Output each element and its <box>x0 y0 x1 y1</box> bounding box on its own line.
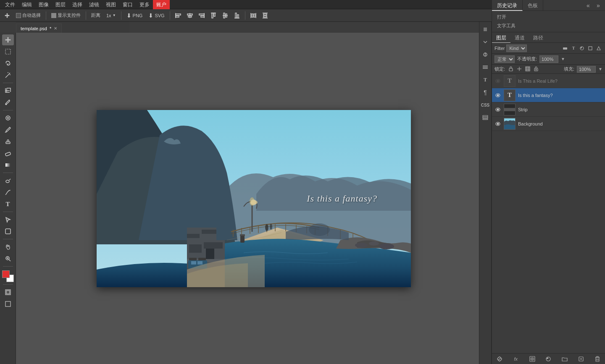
lock-all-icon[interactable] <box>533 66 539 72</box>
menu-edit[interactable]: 编辑 <box>18 0 35 9</box>
rsi-info-icon[interactable] <box>480 50 490 60</box>
opacity-value[interactable]: 100% <box>539 55 558 63</box>
menu-view[interactable]: 视图 <box>103 0 119 9</box>
tool-gradient[interactable] <box>2 160 14 170</box>
filter-adjustment-icon[interactable] <box>578 45 586 52</box>
lock-artboard-icon[interactable] <box>524 66 531 72</box>
rsi-layers-icon[interactable] <box>480 113 490 123</box>
opacity-dropdown-arrow[interactable]: ▼ <box>561 57 565 61</box>
rsi-expand-icon[interactable] <box>480 37 490 47</box>
color-swatches[interactable] <box>2 270 14 282</box>
tool-lasso[interactable] <box>2 58 14 69</box>
tool-magic-wand[interactable] <box>2 70 14 81</box>
layer-visibility-background[interactable] <box>495 120 501 127</box>
tool-healing[interactable] <box>2 113 14 123</box>
layer-item-is-this-real[interactable]: T Is This a Real Life? <box>492 74 605 88</box>
filter-smart-icon[interactable] <box>595 45 602 52</box>
layer-visibility-real-life[interactable] <box>495 78 501 84</box>
rsi-type-icon[interactable]: T <box>480 75 490 85</box>
fill-value[interactable]: 100% <box>577 66 596 73</box>
history-item-text-tool[interactable]: 文字工具 <box>492 21 605 30</box>
tab-history[interactable]: 历史记录 <box>492 0 523 11</box>
tab-paths[interactable]: 路径 <box>529 32 547 43</box>
tool-dodge[interactable] <box>2 175 14 186</box>
tool-stamp[interactable] <box>2 136 14 147</box>
layers-mask-icon[interactable] <box>528 355 537 363</box>
lock-pixel-icon[interactable] <box>508 66 514 72</box>
tool-marquee[interactable] <box>2 46 14 57</box>
tab-swatches[interactable]: 色板 <box>523 0 543 11</box>
toolbar-svg-button[interactable]: ⬇ SVG <box>147 11 166 20</box>
menu-filter[interactable]: 滤镜 <box>86 0 103 9</box>
svg-rect-38 <box>6 142 10 144</box>
filter-type-icon[interactable]: T <box>570 45 577 52</box>
rsi-collapse-icon[interactable] <box>480 24 490 34</box>
filter-shape-icon[interactable] <box>587 45 594 52</box>
menu-select[interactable]: 选择 <box>69 0 86 9</box>
layer-visibility-fantasy[interactable] <box>495 92 501 99</box>
toolbar-align-middle[interactable] <box>221 12 230 19</box>
toolbar-png-button[interactable]: ⬇ PNG <box>125 11 145 20</box>
tab-layers[interactable]: 图层 <box>492 32 510 43</box>
tool-screen-mode[interactable] <box>2 299 14 309</box>
layers-adjustment-icon[interactable] <box>544 355 552 363</box>
layer-item-is-this-fantasy[interactable]: T Is this a fantasy? <box>492 88 605 102</box>
tool-brush[interactable] <box>2 124 14 135</box>
toolbar-distribute-h[interactable] <box>249 12 258 19</box>
layers-delete-icon[interactable] <box>593 355 602 363</box>
lock-position-icon[interactable] <box>516 66 523 72</box>
svg-point-84 <box>309 223 330 236</box>
toolbar-align-left[interactable] <box>174 12 183 19</box>
menu-more[interactable]: 更多 <box>136 0 153 9</box>
rsi-paragraph-icon[interactable]: ¶ <box>480 87 490 97</box>
menu-account[interactable]: 账户 <box>153 0 170 9</box>
layers-fx-icon[interactable]: fx <box>512 355 520 363</box>
fill-dropdown-arrow[interactable]: ▼ <box>598 67 602 71</box>
tool-eraser[interactable] <box>2 148 14 159</box>
toolbar-sep-2 <box>86 11 86 20</box>
toolbar-align-top[interactable] <box>209 12 218 19</box>
layers-new-icon[interactable] <box>577 355 585 363</box>
filter-pixel-icon[interactable] <box>561 45 569 52</box>
menu-image[interactable]: 图像 <box>35 0 52 9</box>
tool-sep-5 <box>3 239 13 239</box>
panel-expand-icon[interactable]: » <box>594 2 602 9</box>
toolbar-align-right[interactable] <box>197 12 206 19</box>
tool-crop[interactable] <box>2 85 14 96</box>
menu-file[interactable]: 文件 <box>2 0 18 9</box>
toolbar-align-bottom[interactable] <box>232 12 242 19</box>
tab-label: template.psd <box>21 26 47 31</box>
tool-zoom[interactable] <box>2 253 14 264</box>
toolbar-checkbox-auto[interactable]: 自动选择 <box>14 11 42 19</box>
toolbar-show-controls[interactable]: 显示支控件 <box>50 11 82 19</box>
layer-item-background[interactable]: Background <box>492 117 605 131</box>
filter-kind-select[interactable]: Kind <box>506 45 527 52</box>
tool-move[interactable] <box>2 34 14 45</box>
tool-type[interactable]: T <box>2 199 14 209</box>
tool-hand[interactable] <box>2 241 14 252</box>
panel-collapse-icon[interactable]: « <box>584 2 592 9</box>
tab-template-psd[interactable]: template.psd * ✕ <box>16 24 62 33</box>
rsi-css-icon[interactable]: CSS <box>480 100 490 110</box>
menu-window[interactable]: 窗口 <box>119 0 136 9</box>
tool-quick-mask[interactable] <box>2 287 14 298</box>
tool-eyedropper[interactable] <box>2 97 14 108</box>
layer-item-strip[interactable]: Strip <box>492 102 605 117</box>
menu-layer[interactable]: 图层 <box>52 0 69 9</box>
foreground-color-swatch[interactable] <box>2 270 10 278</box>
layers-link-icon[interactable] <box>495 355 504 363</box>
tab-channels[interactable]: 通道 <box>510 32 529 43</box>
svg-rect-18 <box>252 14 253 17</box>
tab-close-button[interactable]: ✕ <box>54 26 57 31</box>
blend-mode-select[interactable]: 正常 <box>495 55 515 63</box>
tool-pen[interactable] <box>2 187 14 198</box>
tool-path-select[interactable] <box>2 214 14 225</box>
toolbar-align-center[interactable] <box>185 12 195 19</box>
layers-folder-icon[interactable] <box>560 355 569 363</box>
tool-shape[interactable] <box>2 226 14 237</box>
layer-visibility-strip[interactable] <box>495 106 501 113</box>
rsi-menu-lines-icon[interactable] <box>480 62 490 72</box>
toolbar-distribute-v[interactable] <box>260 12 270 19</box>
toolbar-distance-value[interactable]: 1x ▼ <box>105 12 118 19</box>
history-item-open[interactable]: 打开 <box>492 13 605 21</box>
